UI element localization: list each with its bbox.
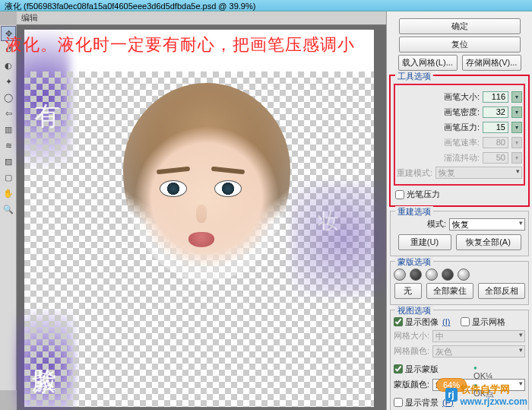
pucker-tool[interactable]: ✦ bbox=[1, 74, 16, 89]
illust-brow bbox=[211, 167, 245, 175]
illust-eye bbox=[214, 180, 242, 197]
mask-mode-add-icon[interactable] bbox=[410, 269, 422, 281]
mask-mode-invert-icon[interactable] bbox=[458, 269, 470, 281]
show-image-input[interactable] bbox=[394, 317, 403, 326]
mask-invert-button[interactable]: 全部反相 bbox=[478, 283, 525, 299]
liquify-toolbar: ✥ ↺ ◐ ✦ ◯ ⇦ ▥ ≋ ▨ ▢ ✋ 🔍 bbox=[0, 25, 17, 390]
brush-size-label: 画笔大小: bbox=[444, 91, 480, 103]
brush-rate-input: 80 bbox=[483, 137, 508, 148]
show-mesh-label: 显示网格 bbox=[472, 316, 505, 328]
decor-purple-right bbox=[290, 182, 397, 296]
ok-button[interactable]: 确定 bbox=[399, 18, 521, 34]
show-mesh-checkbox[interactable]: 显示网格 bbox=[461, 316, 505, 328]
show-background-label: 显示背景 bbox=[405, 397, 439, 408]
show-image-label: 显示图像 bbox=[405, 316, 439, 328]
mesh-size-select: 中 bbox=[432, 330, 525, 342]
mask-mode-subtract-icon[interactable] bbox=[426, 269, 438, 281]
save-mesh-button[interactable]: 存储网格(V)... bbox=[462, 55, 521, 71]
show-mesh-input[interactable] bbox=[461, 317, 470, 326]
watermark-url: www.rjzxw.com bbox=[461, 396, 527, 407]
show-background-input[interactable] bbox=[394, 398, 403, 407]
mesh-size-label: 网格大小: bbox=[394, 330, 429, 342]
options-panel: 确定 复位 载入网格(L)... 存储网格(V)... 工具选项 画笔大小: 1… bbox=[386, 11, 532, 410]
mesh-color-select: 灰色 bbox=[432, 345, 525, 358]
group-title: 重建选项 bbox=[395, 206, 433, 218]
turbulent-jitter-input: 50 bbox=[483, 152, 508, 164]
mask-mode-replace-icon[interactable] bbox=[394, 269, 406, 281]
reconstruct-mode-select: 恢复 bbox=[435, 167, 522, 179]
stylus-pressure-label: 光笔压力 bbox=[407, 189, 440, 200]
stylus-pressure-checkbox[interactable]: 光笔压力 bbox=[395, 189, 440, 200]
brush-density-dropdown-icon[interactable]: ▾ bbox=[511, 106, 522, 118]
hand-tool[interactable]: ✋ bbox=[1, 186, 16, 201]
mask-none-button[interactable]: 无 bbox=[394, 283, 422, 299]
brush-pressure-label: 画笔压力: bbox=[444, 122, 480, 133]
illust-mouth bbox=[188, 232, 214, 247]
reconstruct-options-group: 重建选项 模式: 恢复 重建(U) 恢复全部(A) bbox=[390, 211, 529, 256]
mask-color-label: 蒙版颜色: bbox=[394, 379, 429, 390]
reconstruct-mode-label: 重建模式: bbox=[397, 167, 432, 179]
illust-nose bbox=[196, 205, 207, 223]
mask-options-group: 蒙版选项 无 全部蒙住 全部反相 bbox=[390, 261, 529, 305]
illust-brow bbox=[157, 167, 190, 175]
highlight-box: 画笔大小: 116 ▾ 画笔密度: 32 ▾ 画笔压力: 15 ▾ 画笔速率: … bbox=[394, 84, 525, 186]
zoom-tool[interactable]: 🔍 bbox=[1, 202, 16, 217]
mask-mode-intersect-icon[interactable] bbox=[442, 269, 454, 281]
mode-label: 模式: bbox=[427, 218, 446, 230]
illust-eye bbox=[160, 180, 187, 197]
mode-select[interactable]: 恢复 bbox=[449, 218, 525, 230]
show-mask-checkbox[interactable]: 显示蒙版 bbox=[394, 364, 439, 375]
twirl-cw-tool[interactable]: ◐ bbox=[1, 58, 16, 73]
show-image-checkbox[interactable]: 显示图像 (I) bbox=[394, 316, 450, 328]
brush-rate-dropdown-icon: ▾ bbox=[511, 137, 522, 148]
turbulent-jitter-label: 湍流抖动: bbox=[444, 152, 480, 164]
brush-size-dropdown-icon[interactable]: ▾ bbox=[511, 91, 522, 103]
turbulence-tool[interactable]: ≋ bbox=[1, 138, 16, 153]
mirror-tool[interactable]: ▥ bbox=[1, 122, 16, 137]
mesh-color-label: 网格颜色: bbox=[394, 345, 429, 357]
watermark: rj 软件自学网 www.rjzxw.com bbox=[445, 383, 527, 407]
group-title: 蒙版选项 bbox=[395, 256, 433, 268]
brush-rate-label: 画笔速率: bbox=[444, 137, 480, 148]
watermark-brand: 软件自学网 bbox=[461, 383, 510, 395]
group-title: 工具选项 bbox=[395, 71, 433, 82]
canvas-area: 编辑 有 紫脸 妆 液化。液化时一定要有耐心，把画笔压感调小 bbox=[17, 11, 386, 410]
watermark-badge: rj bbox=[445, 388, 458, 402]
annotation-text: 液化。液化时一定要有耐心，把画笔压感调小 bbox=[5, 33, 374, 56]
show-mask-label: 显示蒙版 bbox=[405, 364, 439, 375]
brush-density-label: 画笔密度: bbox=[444, 106, 480, 118]
show-mask-input[interactable] bbox=[394, 364, 403, 373]
menu-edit[interactable]: 编辑 bbox=[21, 12, 38, 24]
dialog-title: 液化 bbox=[5, 2, 21, 11]
mask-mode-row bbox=[394, 269, 525, 281]
liquify-canvas[interactable]: 有 紫脸 妆 液化。液化时一定要有耐心，把画笔压感调小 bbox=[24, 30, 374, 407]
reset-button[interactable]: 复位 bbox=[399, 37, 521, 52]
freeze-mask-tool[interactable]: ▨ bbox=[1, 154, 16, 169]
thaw-mask-tool[interactable]: ▢ bbox=[1, 170, 16, 185]
restore-all-button[interactable]: 恢复全部(A) bbox=[456, 234, 521, 250]
turbulent-jitter-dropdown-icon: ▾ bbox=[511, 152, 522, 164]
tool-options-group: 工具选项 画笔大小: 116 ▾ 画笔密度: 32 ▾ 画笔压力: 15 ▾ 画… bbox=[390, 75, 529, 206]
push-left-tool[interactable]: ⇦ bbox=[1, 106, 16, 121]
menu-bar: 编辑 bbox=[17, 11, 386, 25]
doc-title: (f506983fa0ec08fa15a0f4605eee3d6d5dfbda5… bbox=[24, 2, 255, 11]
stylus-pressure-input[interactable] bbox=[395, 190, 404, 199]
brush-pressure-dropdown-icon[interactable]: ▾ bbox=[511, 122, 522, 133]
dialog-titlebar: 液化 (f506983fa0ec08fa15a0f4605eee3d6d5dfb… bbox=[0, 0, 532, 11]
reconstruct-button[interactable]: 重建(U) bbox=[398, 234, 451, 250]
brush-pressure-input[interactable]: 15 bbox=[483, 122, 508, 133]
bloat-tool[interactable]: ◯ bbox=[1, 90, 16, 105]
brush-density-input[interactable]: 32 bbox=[483, 106, 508, 118]
load-mesh-button[interactable]: 载入网格(L)... bbox=[398, 55, 458, 71]
show-image-hotkey: (I) bbox=[442, 317, 450, 326]
group-title: 视图选项 bbox=[395, 305, 433, 316]
brush-size-input[interactable]: 116 bbox=[483, 91, 508, 103]
mask-all-button[interactable]: 全部蒙住 bbox=[426, 283, 473, 299]
